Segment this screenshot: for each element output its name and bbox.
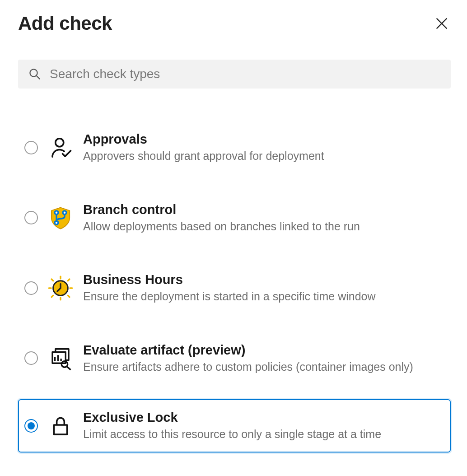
svg-point-7 (55, 221, 58, 225)
svg-line-3 (37, 76, 40, 79)
check-desc: Allow deployments based on branches link… (83, 219, 445, 234)
check-title: Branch control (83, 202, 445, 217)
radio-business-hours[interactable] (24, 281, 38, 295)
header-bar: Add check (18, 13, 451, 34)
check-option-branch-control[interactable]: Branch control Allow deployments based o… (18, 191, 451, 245)
svg-rect-24 (54, 425, 67, 434)
check-text: Branch control Allow deployments based o… (83, 202, 445, 234)
dialog-title: Add check (18, 13, 112, 34)
close-icon (434, 16, 449, 31)
svg-line-13 (68, 295, 70, 297)
svg-point-6 (63, 211, 66, 215)
check-type-list: Approvals Approvers should grant approva… (18, 121, 451, 476)
check-option-approvals[interactable]: Approvals Approvers should grant approva… (18, 121, 451, 174)
svg-line-12 (68, 279, 70, 281)
check-option-business-hours[interactable]: Business Hours Ensure the deployment is … (18, 261, 451, 315)
lock-icon (48, 413, 73, 439)
search-icon (28, 67, 42, 81)
search-input[interactable] (50, 67, 441, 81)
artifact-scan-icon (48, 345, 73, 371)
search-wrapper (18, 60, 451, 89)
svg-line-14 (51, 295, 53, 297)
check-text: Business Hours Ensure the deployment is … (83, 272, 445, 304)
branch-shield-icon (48, 205, 73, 230)
check-desc: Approvers should grant approval for depl… (83, 149, 445, 163)
check-title: Approvals (83, 132, 445, 147)
svg-line-23 (67, 367, 71, 370)
check-title: Exclusive Lock (83, 410, 445, 425)
check-text: Approvals Approvers should grant approva… (83, 132, 445, 163)
svg-point-4 (56, 139, 64, 147)
svg-line-15 (51, 279, 53, 281)
check-title: Business Hours (83, 272, 445, 287)
clock-sun-icon (48, 275, 73, 301)
check-text: Exclusive Lock Limit access to this reso… (83, 410, 445, 442)
person-check-icon (48, 135, 73, 160)
check-option-exclusive-lock[interactable]: Exclusive Lock Limit access to this reso… (18, 399, 451, 453)
check-desc: Limit access to this resource to only a … (83, 427, 445, 442)
radio-branch-control[interactable] (24, 211, 38, 224)
svg-point-2 (30, 69, 37, 76)
add-check-panel: Add check Approva (0, 0, 467, 476)
radio-exclusive-lock[interactable] (24, 419, 38, 433)
radio-evaluate-artifact[interactable] (24, 351, 38, 365)
svg-point-5 (55, 211, 58, 215)
check-desc: Ensure artifacts adhere to custom polici… (83, 359, 445, 374)
check-option-invoke-azure-function[interactable]: Invoke Azure Function Invoke an Azure Fu… (18, 466, 451, 476)
check-option-evaluate-artifact[interactable]: Evaluate artifact (preview) Ensure artif… (18, 332, 451, 385)
check-desc: Ensure the deployment is started in a sp… (83, 289, 445, 304)
check-text: Evaluate artifact (preview) Ensure artif… (83, 343, 445, 374)
radio-approvals[interactable] (24, 141, 38, 154)
close-button[interactable] (433, 14, 451, 33)
check-title: Evaluate artifact (preview) (83, 343, 445, 358)
